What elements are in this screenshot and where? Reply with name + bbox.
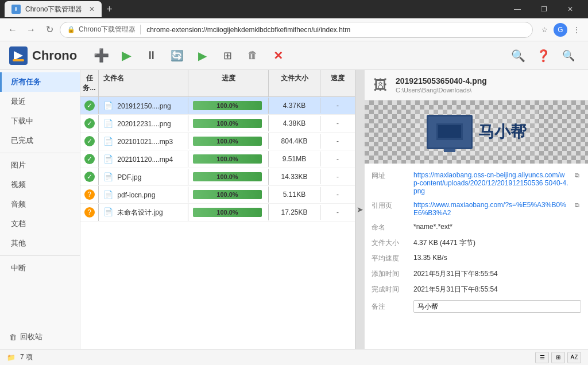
size-cell: 5.11KB (269, 187, 320, 202)
filename-cell: 📄 202101021....mp3 (99, 133, 188, 149)
table-row[interactable]: ? 📄 pdf-iocn.png 100.0% 5.11KB - (80, 186, 355, 204)
file-name-text: 未命名设计.jpg (117, 208, 163, 216)
settings-icon[interactable]: ⋮ (570, 23, 583, 37)
browser-controls: ← → ↻ 🔒 Chrono下载管理器 chrome-extension://m… (0, 18, 588, 41)
table-row[interactable]: ✓ 📄 201912150....png 100.0% 4.37KB - (80, 97, 355, 115)
progress-bar: 100.0% (193, 101, 262, 110)
forward-button[interactable]: → (23, 22, 39, 38)
sidebar-item-completed[interactable]: 已完成 (0, 131, 80, 150)
tab-title: Chrono下载管理器 (25, 5, 82, 14)
table-row[interactable]: ✓ 📄 PDF.jpg 100.0% 14.33KB - (80, 168, 355, 186)
detail-panel: 🖼 201921505365040-4.png C:\Users\Bang\Do… (364, 70, 588, 349)
detail-preview: 马小帮 (365, 100, 588, 164)
detail-row-url: 网址 https://maxiaobang.oss-cn-beijing.ali… (365, 168, 588, 198)
detail-row-addedtime: 添加时间 2021年5月31日下午8:55:54 (365, 266, 588, 282)
detail-label-naming: 命名 (372, 223, 409, 232)
delete-button[interactable]: 🗑 (242, 45, 263, 66)
search-button[interactable]: 🔍 (508, 45, 528, 66)
detail-value-referrer[interactable]: https://www.maxiaobang.com/?s=%E5%A3%B0%… (413, 201, 568, 217)
sidebar-item-docs[interactable]: 文档 (0, 214, 80, 234)
resume-button[interactable]: ▶ (192, 45, 212, 66)
minimize-button[interactable]: — (504, 0, 531, 18)
maximize-button[interactable]: ❐ (531, 0, 557, 18)
speed-text: - (336, 173, 339, 181)
copy-referrer-button[interactable]: ⧉ (573, 201, 581, 209)
browser-tab[interactable]: ⬇ Chrono下载管理器 ✕ (5, 1, 102, 17)
status-cell: ? (80, 204, 99, 221)
copy-url-button[interactable]: ⧉ (573, 171, 581, 179)
monitor-svg (435, 122, 464, 142)
sidebar-item-audio[interactable]: 音频 (0, 195, 80, 214)
add-button[interactable]: ➕ (91, 45, 111, 66)
filename-cell: 📄 202012231....png (99, 115, 188, 131)
col-header-filename: 文件名 (99, 70, 188, 96)
statusbar-grid-view[interactable]: ⊞ (551, 352, 565, 363)
progress-text: 100.0% (193, 101, 262, 110)
play-button[interactable]: ▶ (116, 45, 137, 66)
sidebar-item-all[interactable]: 所有任务 (0, 72, 80, 92)
sidebar-item-video[interactable]: 视频 (0, 175, 80, 195)
help-button[interactable]: ❓ (533, 45, 554, 66)
notes-input[interactable] (413, 300, 581, 313)
sidebar-item-images[interactable]: 图片 (0, 156, 80, 175)
sidebar-spacer (0, 278, 80, 327)
profile-icon[interactable]: G (554, 23, 567, 37)
speed-text: - (336, 191, 339, 199)
address-bar[interactable]: 🔒 Chrono下载管理器 chrome-extension://mciiogi… (60, 22, 533, 38)
size-cell: 17.25KB (269, 205, 320, 220)
browser-titlebar: ⬇ Chrono下载管理器 ✕ + — ❐ ✕ (0, 0, 588, 18)
detail-value-filesize: 4.37 KB (4471 字节) (413, 238, 581, 248)
close-button[interactable]: ✕ (557, 0, 583, 18)
app-logo: Chrono (9, 46, 77, 65)
speed-cell: - (320, 187, 355, 202)
detail-row-filesize: 文件大小 4.37 KB (4471 字节) (365, 235, 588, 251)
speed-cell: - (320, 134, 355, 149)
progress-bar: 100.0% (193, 119, 262, 128)
sidebar-trash[interactable]: 🗑 回收站 (0, 327, 80, 347)
new-tab-button[interactable]: + (106, 3, 113, 15)
window-controls: — ❐ ✕ (504, 0, 583, 18)
statusbar-folder-icon: 📁 (7, 354, 16, 362)
table-row[interactable]: ? 📄 未命名设计.jpg 100.0% 17.25KB - (80, 204, 355, 222)
search2-button[interactable]: 🔍 (558, 45, 579, 66)
statusbar-list-view[interactable]: ☰ (535, 352, 549, 363)
file-name-text: 202101120....mp4 (117, 156, 173, 164)
detail-value-url[interactable]: https://maxiaobang.oss-cn-beijing.aliyun… (413, 171, 568, 195)
file-list-header: 任务... 文件名 进度 文件大小 速度 (80, 70, 355, 97)
detail-filename: 201921505365040-4.png (396, 76, 487, 86)
file-type-icon: 📄 (103, 101, 113, 110)
sidebar-item-interrupted[interactable]: 中断 (0, 258, 80, 278)
table-row[interactable]: ✓ 📄 202101120....mp4 100.0% 9.51MB - (80, 150, 355, 168)
detail-header: 🖼 201921505365040-4.png C:\Users\Bang\Do… (365, 70, 588, 100)
table-row[interactable]: ✓ 📄 202012231....png 100.0% 4.38KB - (80, 115, 355, 133)
sidebar-item-recent[interactable]: 最近 (0, 92, 80, 111)
speed-text: - (336, 155, 339, 163)
refresh-button[interactable]: 🔄 (167, 45, 187, 66)
progress-cell: 100.0% (188, 151, 269, 167)
progress-text: 100.0% (193, 190, 262, 199)
collapse-panel-button[interactable]: ➤ (355, 70, 364, 349)
size-cell: 4.37KB (269, 98, 320, 113)
table-row[interactable]: ✓ 📄 202101021....mp3 100.0% 804.4KB - (80, 133, 355, 150)
app-container: Chrono ➕ ▶ ⏸ 🔄 ▶ ⊞ 🗑 ✕ 🔍 ❓ 🔍 所有任务 最近 下载中… (0, 41, 588, 365)
cancel-button[interactable]: ✕ (268, 45, 288, 66)
status-icon: ✓ (84, 172, 95, 182)
col-header-progress: 进度 (188, 70, 269, 96)
file-type-icon: 📄 (103, 154, 113, 164)
size-text: 14.33KB (281, 173, 307, 181)
progress-bar: 100.0% (193, 172, 262, 181)
progress-cell: 100.0% (188, 204, 269, 220)
sidebar-item-other[interactable]: 其他 (0, 234, 80, 253)
columns-button[interactable]: ⊞ (217, 45, 238, 66)
logo-text: Chrono (32, 48, 77, 63)
progress-cell: 100.0% (188, 133, 269, 149)
statusbar-sort-az[interactable]: AZ (567, 352, 581, 363)
detail-row-notes: 备注 (365, 297, 588, 316)
pause-button[interactable]: ⏸ (141, 45, 162, 66)
detail-label-filesize: 文件大小 (372, 238, 409, 248)
bookmark-icon[interactable]: ☆ (537, 23, 551, 37)
reload-button[interactable]: ↻ (41, 22, 57, 38)
back-button[interactable]: ← (5, 22, 21, 38)
sidebar-item-downloading[interactable]: 下载中 (0, 111, 80, 131)
tab-close-button[interactable]: ✕ (89, 5, 95, 13)
